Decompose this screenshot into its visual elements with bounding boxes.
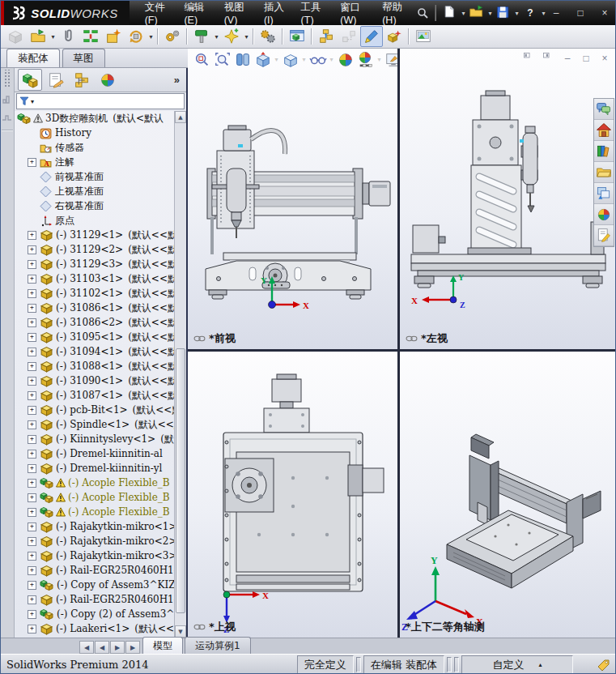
tree-item[interactable]: 上视基准面 xyxy=(15,184,174,198)
tab-model[interactable]: 模型 xyxy=(142,637,183,654)
expand-toggle[interactable]: + xyxy=(28,552,36,561)
tab-assembly[interactable]: 装配体 xyxy=(6,49,60,67)
viewport-left[interactable]: X Y Z –□× *左视 xyxy=(400,49,616,349)
tree-item[interactable]: +(-) 31102<1>(默认<<默认 xyxy=(15,286,174,301)
tree-item[interactable]: +(-) 31094<1>(默认<<默认 xyxy=(15,344,174,359)
resources-tab[interactable] xyxy=(594,120,614,141)
design-library-tab[interactable] xyxy=(594,141,614,162)
expand-toggle[interactable]: + xyxy=(28,362,36,371)
expand-toggle[interactable]: + xyxy=(28,610,36,619)
tree-item[interactable]: +(-) Kiinnityslevy<1>(默 xyxy=(15,432,174,446)
expand-toggle[interactable]: + xyxy=(28,435,36,444)
tree-item[interactable]: +(-) Acople Flexible_B xyxy=(15,505,174,519)
tree-item[interactable]: +(-) Copy (2) of Assem3^ xyxy=(15,607,174,621)
configurationmanager-tab[interactable] xyxy=(70,69,94,91)
scroll-down-button[interactable]: ▼ xyxy=(175,625,186,638)
tree-item[interactable]: +(-) 31086<2>(默认<<默认 xyxy=(15,315,174,330)
assembly-visualization-button[interactable] xyxy=(383,26,406,47)
expand-toggle[interactable]: + xyxy=(28,581,36,590)
compare-tool-icon[interactable] xyxy=(1,92,13,105)
drag-handle[interactable] xyxy=(3,70,11,87)
caret-up-icon[interactable]: ▴ xyxy=(538,661,542,668)
expand-toggle[interactable]: + xyxy=(28,595,36,604)
hide-show-items-button[interactable] xyxy=(308,50,328,69)
dropdown-arrow-icon[interactable]: ▾ xyxy=(243,33,250,41)
tree-item[interactable]: +(-) 31129<3>(默认<<默认 xyxy=(15,257,174,271)
top-view-model[interactable]: X Z xyxy=(188,352,397,638)
previous-tab-button[interactable]: ◀ xyxy=(95,641,109,654)
tree-item[interactable]: +(-) 31095<1>(默认<<默认 xyxy=(15,330,174,344)
dropdown-arrow-icon[interactable]: ▾ xyxy=(273,56,280,63)
edit-appearance-button[interactable] xyxy=(335,50,355,69)
search-icon[interactable] xyxy=(415,4,430,22)
tree-item[interactable]: +(-) Dremel-kiinnitin-yl xyxy=(15,461,174,476)
tree-item[interactable]: +(-) 31103<1>(默认<<默认 xyxy=(15,271,174,286)
zoom-fit-button[interactable] xyxy=(192,50,212,69)
expand-toggle[interactable]: + xyxy=(28,479,36,488)
minimize-button[interactable]: – xyxy=(547,6,565,20)
dropdown-arrow-icon[interactable]: ▾ xyxy=(486,10,494,17)
tree-item[interactable]: +(-) Rajakytkin-mikro<2> xyxy=(15,534,174,548)
rotate-component-button[interactable] xyxy=(125,26,147,47)
next-tab-button[interactable]: ▶ xyxy=(110,641,125,654)
new-document-button[interactable] xyxy=(441,4,459,22)
close-doc-button[interactable]: × xyxy=(599,53,610,63)
tree-item[interactable]: +(-) Rajakytkin-mikro<3> xyxy=(15,548,174,563)
displaymanager-tab[interactable] xyxy=(96,69,120,91)
zoom-area-button[interactable] xyxy=(212,50,232,69)
expand-toggle[interactable]: + xyxy=(28,318,36,327)
appearances-tab[interactable] xyxy=(594,204,614,225)
tree-filter[interactable]: ▾ xyxy=(16,93,185,109)
tree-item[interactable]: +A注解 xyxy=(15,155,174,169)
close-button[interactable]: × xyxy=(596,6,614,20)
tree-item[interactable]: 右视基准面 xyxy=(15,198,174,213)
attachments-button[interactable] xyxy=(57,26,79,47)
tree-item[interactable]: +(-) Rail-EGR25R0460H1-20 xyxy=(15,563,174,578)
expand-toggle[interactable]: + xyxy=(28,406,36,415)
expand-toggle[interactable]: + xyxy=(28,450,36,459)
expand-toggle[interactable]: + xyxy=(28,275,36,284)
forum-tab[interactable] xyxy=(594,99,614,120)
expand-toggle[interactable]: + xyxy=(28,391,36,400)
viewport-top[interactable]: X Z *上视 xyxy=(188,352,397,638)
tile-left-button[interactable] xyxy=(523,53,535,63)
file-explorer-tab[interactable] xyxy=(594,162,614,183)
open-part-button[interactable] xyxy=(27,26,49,47)
panel-overflow-icon[interactable]: » xyxy=(174,74,185,86)
first-tab-button[interactable]: ◀ xyxy=(79,641,94,654)
tree-item[interactable]: +(-) pcb-Bit<1>(默认<<默 xyxy=(15,403,174,417)
tree-item[interactable]: +(-) Dremel-kiinnitin-al xyxy=(15,446,174,461)
expand-toggle[interactable]: + xyxy=(28,420,36,429)
scroll-thumb[interactable] xyxy=(176,348,185,613)
propertymanager-tab[interactable] xyxy=(44,69,68,91)
dropdown-arrow-icon[interactable]: ▾ xyxy=(376,56,383,63)
view-orientation-button[interactable] xyxy=(253,50,273,69)
minimize-doc-button[interactable]: – xyxy=(562,53,573,63)
tree-item[interactable]: +(-) Acople Flexible_B xyxy=(15,476,174,490)
tree-item[interactable]: +(-) Rajakytkin-mikro<1> xyxy=(15,519,174,534)
tree-item[interactable]: History xyxy=(15,126,174,140)
expand-toggle[interactable]: + xyxy=(28,304,36,313)
left-view-model[interactable]: X Y Z xyxy=(400,49,616,349)
dropdown-arrow-icon[interactable]: ▾ xyxy=(540,10,547,17)
front-view-model[interactable]: Y X xyxy=(188,49,397,349)
expand-toggle[interactable]: + xyxy=(28,537,36,546)
view-settings-button[interactable] xyxy=(383,50,397,69)
tree-item[interactable]: 原点 xyxy=(15,213,174,228)
expand-toggle[interactable]: + xyxy=(28,566,36,575)
last-tab-button[interactable]: ▶ xyxy=(125,641,140,654)
expand-toggle[interactable]: + xyxy=(28,493,36,502)
custom-toolbar-status[interactable]: 自定义 ▴ xyxy=(461,655,573,674)
dropdown-arrow-icon[interactable]: ▾ xyxy=(213,33,220,41)
tree-item[interactable]: +(-) 31129<1>(默认<<默认 xyxy=(15,228,174,242)
tree-item[interactable]: +(-) 31086<1>(默认<<默认 xyxy=(15,301,174,315)
restore-doc-button[interactable]: □ xyxy=(580,53,592,63)
tree-item[interactable]: +(-) 31090<1>(默认<<默认 xyxy=(15,373,174,388)
expand-toggle[interactable]: + xyxy=(28,464,36,473)
expand-toggle[interactable]: + xyxy=(28,231,36,240)
section-view-button[interactable] xyxy=(232,50,253,69)
save-button[interactable] xyxy=(495,4,512,22)
expand-toggle[interactable]: + xyxy=(28,289,36,298)
expand-toggle[interactable]: + xyxy=(28,508,36,517)
motion-gears-button[interactable] xyxy=(257,26,279,47)
